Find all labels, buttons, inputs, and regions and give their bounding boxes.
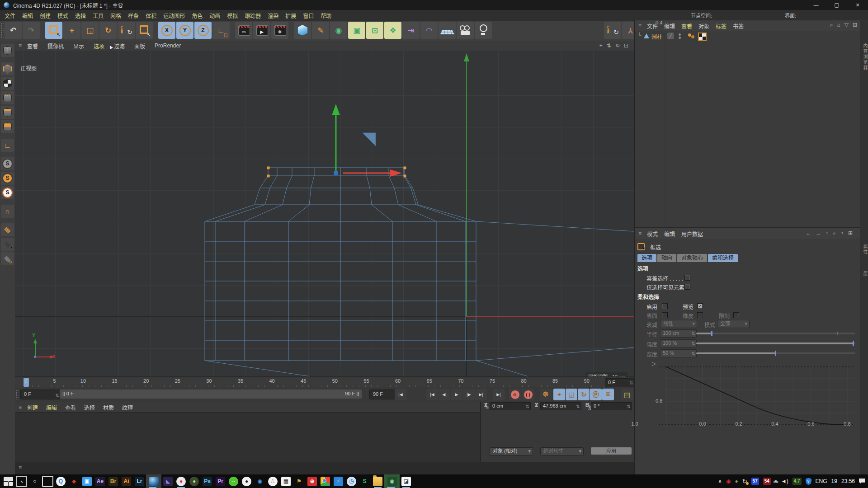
viewport-menu-item[interactable]: ProRender <box>155 42 181 49</box>
record-scale-button[interactable]: ◱ <box>566 389 577 400</box>
app-gallery[interactable]: ▣ <box>80 474 94 488</box>
attr-history-icon[interactable]: ◔ <box>840 230 844 236</box>
record-rotation-button[interactable]: ↻ <box>578 389 590 400</box>
strength-slider[interactable] <box>696 343 855 344</box>
floor-object-menu[interactable] <box>439 22 456 39</box>
om-add-icon[interactable]: ⊞ <box>853 22 857 28</box>
attr-newpanel-icon[interactable]: ⊞ <box>848 230 853 236</box>
model-mode-button[interactable] <box>1 62 14 75</box>
size-mode-dropdown[interactable]: 绝对尺寸 <box>540 447 584 455</box>
render-view-button[interactable]: ▭ <box>235 22 252 39</box>
app-thunder[interactable]: ◉ <box>253 474 266 488</box>
app-purple[interactable]: ◣ <box>161 474 175 488</box>
material-menu-item[interactable]: 材质 <box>103 404 114 411</box>
tray-badge-blue[interactable]: 57 <box>751 478 759 485</box>
app-file-explorer[interactable] <box>371 474 384 488</box>
menu-item[interactable]: 帮助 <box>321 12 331 19</box>
free-selection-tool[interactable]: ↖ <box>136 22 153 39</box>
bend-deformer-menu[interactable]: ◠ <box>420 22 438 39</box>
app-qq[interactable]: ● <box>240 474 253 488</box>
strength-input[interactable]: 100 %⇅ <box>660 339 697 347</box>
menu-item[interactable]: 样条 <box>128 12 139 19</box>
width-slider[interactable] <box>696 352 855 354</box>
app-illustrator[interactable]: Ai <box>120 474 133 488</box>
tolerance-checkbox[interactable] <box>684 275 690 281</box>
visible-only-checkbox[interactable] <box>684 284 690 290</box>
x-axis-lock[interactable]: X <box>158 22 175 39</box>
om-menu-icon[interactable]: ≡ <box>638 23 642 29</box>
undo-button[interactable]: ↶ <box>5 22 22 39</box>
timeline-ruler[interactable]: 051015202530354045505560657075808590 0 F… <box>15 376 634 388</box>
search-button[interactable] <box>15 474 28 488</box>
content-browser-tab[interactable]: 内容浏览器 <box>862 43 868 70</box>
coordinate-mode-dropdown[interactable]: 对象 (相对) <box>490 447 533 455</box>
material-menu-item[interactable]: 选择 <box>84 404 95 411</box>
object-state-toggle[interactable]: ╱ <box>667 33 674 39</box>
coordinate-input[interactable]: 0 cm⇅ <box>490 402 531 410</box>
om-menu-item[interactable]: 查看 <box>681 22 692 30</box>
light-object-menu[interactable] <box>475 22 492 39</box>
tray-badge-net[interactable]: 4.7 <box>793 478 802 485</box>
viewport-menu-icon[interactable]: ≡ <box>19 42 22 49</box>
spline-pen-menu[interactable]: ✎ <box>312 22 329 39</box>
current-frame-field[interactable]: 0 F⇅ <box>20 389 61 399</box>
notification-icon[interactable] <box>859 479 865 484</box>
coordinate-system-toggle[interactable]: ∟ ◻ <box>212 22 230 39</box>
timeline-window-button[interactable]: ▤ <box>621 389 633 400</box>
attribute-tab[interactable]: 柔和选择 <box>708 254 738 262</box>
align-workplane-button[interactable]: ▦ ↻ <box>1 252 14 265</box>
material-menu-icon[interactable]: ≡ <box>19 404 22 410</box>
menu-item[interactable]: 体积 <box>146 12 156 19</box>
app-diamond[interactable]: ◆ <box>67 474 80 488</box>
z-axis-lock[interactable]: Z <box>194 22 212 39</box>
app-potplayer[interactable]: ⚡ <box>332 474 345 488</box>
tray-recorder-icon[interactable]: ◉ <box>726 478 731 484</box>
material-menu-item[interactable]: 创建 <box>27 404 38 411</box>
shield-icon[interactable]: ∨ <box>806 478 811 485</box>
rotate-tool[interactable]: ↻ <box>99 22 117 39</box>
tray-badge-red[interactable]: 54 <box>763 478 771 485</box>
redo-button[interactable]: ↷ <box>23 22 40 39</box>
tray-sync-icon[interactable]: ↻ <box>742 478 747 485</box>
menu-item[interactable]: 扩展 <box>285 12 296 19</box>
attr-menu-icon[interactable]: ≡ <box>638 230 642 237</box>
mode-dropdown[interactable]: 全部 <box>717 320 750 328</box>
attr-menu-item[interactable]: 用户数据 <box>681 230 703 238</box>
keyframe-selection-button[interactable]: ⠿ <box>602 389 614 400</box>
app-s-tool[interactable]: S <box>358 474 371 488</box>
material-menu-item[interactable]: 纹理 <box>122 404 133 411</box>
menu-item[interactable]: 跟踪器 <box>245 12 261 19</box>
next-frame-button[interactable]: |▶ <box>463 389 475 400</box>
reset-psr-button[interactable]: P S R ↻ <box>604 22 621 39</box>
wifi-icon[interactable]: ((( <box>773 480 778 483</box>
snap-3d-button[interactable]: S <box>1 186 14 199</box>
menu-item[interactable]: 创建 <box>40 12 51 19</box>
attr-up-icon[interactable]: ↑ <box>826 230 828 236</box>
coordinate-input[interactable]: 0 °⇅ <box>591 402 632 410</box>
viewport-menu-item[interactable]: 显示 <box>73 42 84 50</box>
menu-item[interactable]: 工具 <box>93 12 104 19</box>
psr-tool[interactable]: P S R ↻ <box>118 22 135 39</box>
lock-workplane-button[interactable]: ▦ ▪ <box>1 238 14 251</box>
toolbar-separator[interactable] <box>289 22 293 39</box>
app-image-viewer[interactable]: ◪ <box>400 474 413 488</box>
app-recorder[interactable]: ● <box>175 474 188 488</box>
scale-tool[interactable]: ◱ <box>81 22 99 39</box>
menu-item[interactable]: 运动图形 <box>163 12 185 19</box>
toolbar-separator[interactable] <box>41 22 44 39</box>
subdivision-surface-menu[interactable]: ◉ <box>330 22 347 39</box>
om-filter-icon[interactable]: ▽ <box>844 22 849 28</box>
axis-mode-button[interactable]: ∟ <box>1 139 14 152</box>
live-selection-tool[interactable]: ↖ <box>45 22 62 39</box>
menu-item[interactable]: 网格 <box>110 12 121 19</box>
app-calculator[interactable]: ▦ <box>279 474 292 488</box>
material-menu-item[interactable]: 编辑 <box>46 404 57 411</box>
make-editable-button[interactable]: ⇩ <box>1 44 14 57</box>
extrude-object-menu[interactable]: ▣ <box>348 22 365 39</box>
app-lightroom[interactable]: Lr <box>133 474 146 488</box>
record-position-button[interactable]: + <box>553 389 565 400</box>
language-indicator[interactable]: ENG <box>816 478 827 484</box>
tray-egg-icon[interactable]: ● <box>735 478 738 484</box>
viewport-menu-item[interactable]: 查看 <box>27 42 38 50</box>
toolbar-separator[interactable] <box>154 22 157 39</box>
